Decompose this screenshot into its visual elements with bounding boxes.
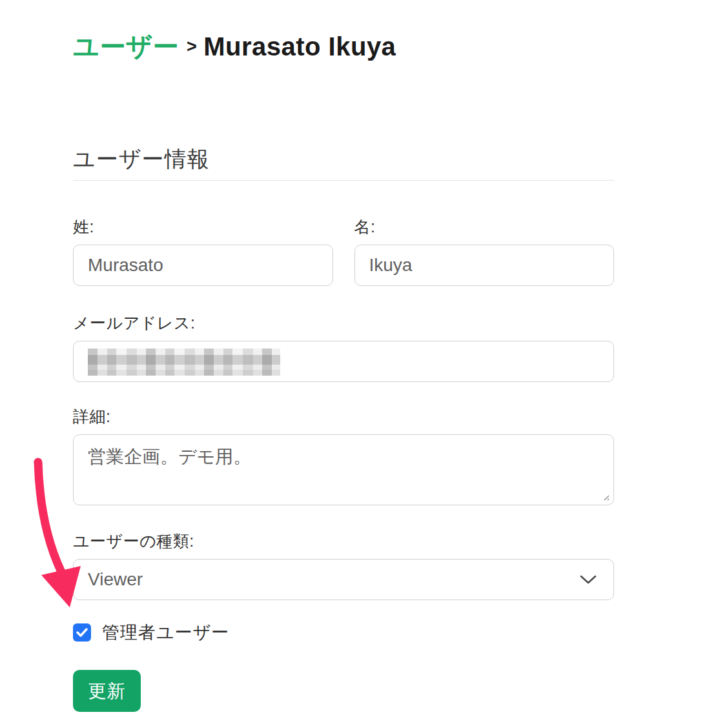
user-type-label: ユーザーの種類:	[73, 531, 614, 551]
breadcrumb: ユーザー>Murasato Ikuya	[73, 29, 614, 65]
admin-checkbox[interactable]	[73, 623, 91, 642]
last-name-input[interactable]	[73, 245, 333, 286]
first-name-input[interactable]	[354, 245, 615, 286]
email-label: メールアドレス:	[73, 313, 614, 332]
user-detail-page: ユーザー>Murasato Ikuya ユーザー情報 姓: 名: メールアドレス…	[73, 29, 614, 712]
first-name-label: 名:	[354, 217, 615, 236]
admin-checkbox-label[interactable]: 管理者ユーザー	[102, 621, 229, 644]
checkmark-icon	[76, 628, 88, 637]
page-title: ユーザー情報	[73, 147, 614, 181]
breadcrumb-separator: >	[187, 37, 197, 56]
redacted-email-value	[88, 349, 280, 376]
user-type-select[interactable]: Viewer	[73, 559, 614, 600]
update-button[interactable]: 更新	[73, 670, 141, 712]
admin-checkbox-row: 管理者ユーザー	[73, 621, 614, 644]
breadcrumb-current-user: Murasato Ikuya	[203, 32, 396, 61]
user-type-selected-value: Viewer	[88, 569, 143, 590]
chevron-down-icon	[580, 574, 597, 585]
textarea-resize-handle-icon[interactable]	[601, 492, 610, 501]
details-textarea[interactable]: 営業企画。デモ用。	[73, 434, 614, 505]
email-input[interactable]	[73, 341, 614, 382]
last-name-label: 姓:	[73, 217, 333, 236]
details-label: 詳細:	[73, 407, 614, 426]
user-info-form: 姓: 名: メールアドレス: 詳細: 営業企画。デモ用。	[73, 217, 614, 712]
breadcrumb-users-link[interactable]: ユーザー	[73, 32, 179, 61]
